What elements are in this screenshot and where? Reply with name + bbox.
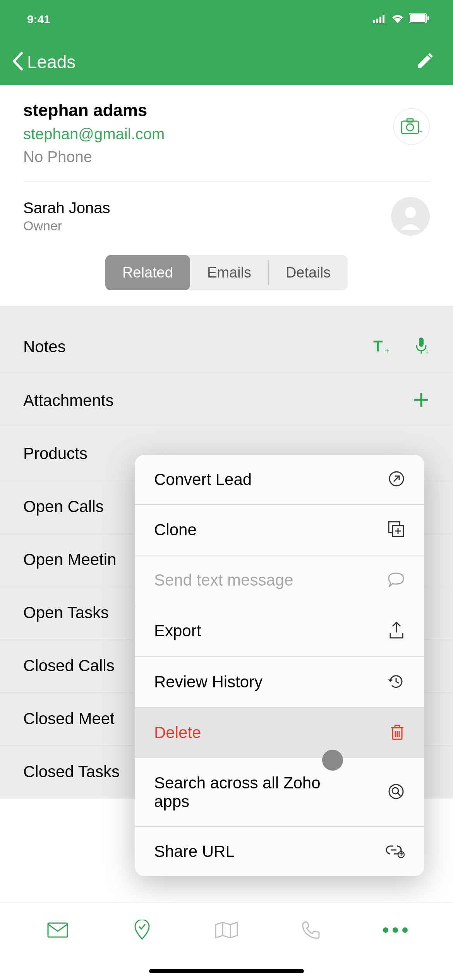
wifi-icon (391, 13, 404, 26)
svg-rect-6 (427, 16, 429, 20)
related-label: Open Tasks (23, 603, 109, 622)
svg-point-45 (402, 927, 408, 933)
back-button[interactable]: Leads (12, 51, 76, 72)
text-add-icon: T+ (372, 337, 391, 355)
mic-add-icon: + (414, 337, 430, 355)
owner-role: Owner (23, 218, 110, 233)
menu-convert-lead[interactable]: Convert Lead (135, 455, 424, 505)
svg-point-34 (389, 785, 403, 798)
add-text-note-button[interactable]: T+ (372, 337, 391, 357)
svg-rect-1 (376, 19, 378, 23)
pencil-icon (416, 52, 434, 70)
menu-clone[interactable]: Clone (135, 505, 424, 555)
tab-related[interactable]: Related (105, 255, 190, 290)
chevron-left-icon (12, 51, 23, 72)
related-label: Products (23, 444, 88, 463)
view-tabs: Related Emails Details (105, 255, 348, 290)
related-attachments[interactable]: Attachments (0, 374, 453, 427)
menu-delete[interactable]: Delete (135, 708, 424, 758)
svg-text:+: + (425, 348, 429, 355)
related-label: Closed Meet (23, 709, 115, 728)
related-label: Open Calls (23, 497, 104, 516)
cellular-icon (373, 13, 386, 26)
related-label: Open Meetin (23, 550, 116, 569)
camera-icon: + (401, 118, 422, 135)
menu-label: Delete (154, 723, 201, 742)
svg-rect-3 (383, 15, 384, 23)
toolbar-call-button[interactable] (295, 920, 326, 940)
svg-rect-14 (419, 338, 424, 347)
search-all-icon (387, 783, 405, 802)
mail-icon (47, 922, 69, 938)
owner-name: Sarah Jonas (23, 199, 110, 217)
svg-point-35 (392, 788, 398, 794)
menu-export[interactable]: Export (135, 605, 424, 657)
related-label: Closed Calls (23, 656, 115, 675)
app-header: 9:41 Leads (0, 0, 453, 85)
lead-summary: stephan adams stephan@gmail.com No Phone… (23, 101, 430, 166)
plus-icon (413, 391, 430, 408)
toolbar-checkin-button[interactable] (127, 920, 158, 941)
menu-label: Send text message (154, 571, 293, 589)
menu-label: Convert Lead (154, 470, 252, 489)
segmented-wrap: Related Emails Details (0, 247, 453, 306)
related-label: Closed Tasks (23, 762, 120, 781)
add-attachment-button[interactable] (413, 391, 430, 410)
menu-label: Review History (154, 673, 263, 691)
svg-point-44 (393, 927, 398, 933)
link-share-icon (386, 843, 405, 860)
related-label: Notes (23, 338, 66, 356)
edit-button[interactable] (416, 52, 434, 72)
svg-rect-40 (48, 923, 67, 937)
add-voice-note-button[interactable]: + (414, 337, 430, 357)
touch-indicator (322, 750, 343, 771)
toolbar-email-button[interactable] (42, 922, 73, 938)
menu-search-all[interactable]: Search across all Zoho apps (135, 758, 424, 827)
owner-row[interactable]: Sarah Jonas Owner (23, 181, 430, 236)
toolbar-map-button[interactable] (211, 921, 242, 939)
status-time: 9:41 (27, 13, 50, 26)
svg-text:+: + (419, 128, 422, 135)
svg-point-11 (405, 207, 416, 218)
svg-line-20 (394, 476, 399, 481)
location-check-icon (134, 920, 151, 941)
action-menu: Convert Lead Clone Send text message Exp… (135, 455, 424, 876)
add-photo-button[interactable]: + (393, 108, 430, 145)
tab-emails[interactable]: Emails (190, 255, 268, 290)
menu-share-url[interactable]: Share URL (135, 827, 424, 876)
svg-point-8 (407, 124, 414, 131)
svg-line-36 (398, 793, 400, 796)
bottom-toolbar (0, 903, 453, 980)
lead-name: stephan adams (23, 101, 165, 120)
svg-text:T: T (373, 338, 383, 355)
toolbar-more-button[interactable] (380, 927, 411, 933)
menu-label: Search across all Zoho apps (154, 774, 348, 811)
status-bar: 9:41 (0, 0, 453, 39)
trash-icon (390, 723, 405, 742)
nav-bar: Leads (0, 39, 453, 85)
related-label: Attachments (23, 391, 113, 410)
chat-bubble-icon (387, 572, 405, 589)
svg-rect-9 (407, 119, 413, 122)
tab-details[interactable]: Details (269, 255, 348, 290)
svg-rect-2 (379, 17, 381, 23)
svg-rect-5 (410, 14, 426, 22)
menu-label: Export (154, 622, 201, 640)
svg-rect-0 (373, 20, 375, 23)
svg-point-43 (383, 927, 388, 933)
lead-phone: No Phone (23, 148, 165, 166)
battery-icon (409, 13, 430, 26)
history-icon (387, 672, 405, 692)
home-indicator (149, 969, 304, 973)
menu-label: Clone (154, 521, 197, 539)
menu-send-sms: Send text message (135, 555, 424, 605)
menu-review-history[interactable]: Review History (135, 657, 424, 708)
duplicate-icon (387, 520, 405, 540)
phone-icon (301, 920, 321, 940)
arrow-out-icon (388, 470, 405, 489)
svg-rect-7 (402, 121, 419, 134)
menu-label: Share URL (154, 842, 235, 861)
lead-email[interactable]: stephan@gmail.com (23, 125, 165, 143)
svg-text:+: + (385, 347, 390, 355)
related-notes[interactable]: Notes T+ + (0, 306, 453, 374)
